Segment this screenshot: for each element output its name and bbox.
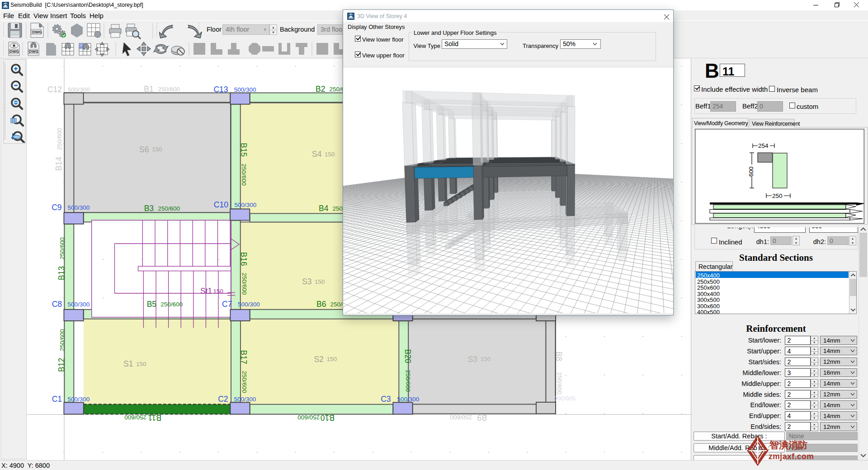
svg-text:B6: B6 — [316, 300, 326, 309]
svg-text:B3: B3 — [144, 204, 154, 213]
svg-text:B14: B14 — [54, 157, 63, 171]
svg-text:150: 150 — [213, 288, 224, 295]
svg-text:C13: C13 — [213, 85, 228, 94]
svg-text:S1: S1 — [123, 359, 133, 368]
svg-text:B2: B2 — [316, 85, 325, 94]
svg-text:500/300: 500/300 — [68, 204, 90, 211]
svg-text:250/600: 250/600 — [59, 237, 66, 259]
svg-text:150: 150 — [481, 356, 491, 362]
svg-text:zmjaxf.com: zmjaxf.com — [769, 452, 814, 461]
svg-text:C8: C8 — [52, 300, 62, 309]
svg-text:B9: B9 — [477, 413, 487, 422]
svg-text:DWG: DWG — [9, 49, 19, 54]
svg-text:B13: B13 — [57, 266, 66, 280]
svg-text:C3: C3 — [381, 395, 391, 404]
svg-text:250/600: 250/600 — [56, 128, 63, 150]
svg-text:500/300: 500/300 — [68, 396, 90, 403]
svg-text:C7: C7 — [222, 300, 232, 309]
svg-text:C2: C2 — [218, 395, 228, 404]
svg-text:B10: B10 — [321, 413, 335, 422]
svg-text:S3: S3 — [468, 355, 477, 364]
svg-text:150: 150 — [326, 356, 337, 362]
svg-text:B1: B1 — [144, 85, 153, 94]
svg-text:500/300: 500/300 — [238, 301, 260, 308]
svg-text:B12: B12 — [57, 358, 66, 372]
svg-text:500/300: 500/300 — [68, 86, 90, 93]
svg-text:250/600: 250/600 — [160, 301, 183, 308]
svg-text:C9: C9 — [52, 203, 61, 212]
svg-text:C1: C1 — [52, 395, 62, 404]
svg-text:250/600: 250/600 — [241, 371, 248, 393]
svg-text:B20: B20 — [403, 349, 412, 363]
svg-text:DWG: DWG — [29, 49, 38, 54]
svg-text:500/300: 500/300 — [234, 396, 256, 403]
svg-text:250/600: 250/600 — [556, 372, 563, 395]
svg-text:C12: C12 — [47, 85, 62, 94]
svg-text:250/600: 250/600 — [158, 86, 180, 93]
svg-text:150: 150 — [152, 146, 162, 153]
svg-text:S4: S4 — [312, 150, 322, 159]
svg-text:150: 150 — [325, 151, 335, 158]
svg-text:250/600: 250/600 — [450, 414, 472, 421]
svg-text:500/300: 500/300 — [68, 301, 90, 308]
svg-text:250/600: 250/600 — [59, 329, 66, 351]
svg-text:St1: St1 — [200, 287, 212, 296]
svg-text:500/300: 500/300 — [235, 202, 257, 208]
svg-text:250: 250 — [772, 193, 783, 199]
svg-text:254: 254 — [758, 142, 769, 149]
svg-text:250/600: 250/600 — [124, 414, 146, 421]
svg-text:250/600: 250/600 — [297, 414, 320, 421]
svg-text:S2: S2 — [314, 355, 323, 364]
svg-text:250/600: 250/600 — [241, 273, 248, 295]
svg-text:B17: B17 — [239, 350, 248, 364]
svg-text:150: 150 — [315, 278, 325, 285]
svg-text:B11: B11 — [148, 413, 161, 422]
svg-text:B8: B8 — [554, 352, 563, 361]
svg-text:500/300: 500/300 — [234, 86, 256, 93]
svg-text:智淟消防: 智淟消防 — [769, 440, 807, 450]
svg-text:S6: S6 — [139, 145, 149, 154]
svg-text:500/300: 500/300 — [553, 395, 576, 402]
svg-text:B16: B16 — [239, 252, 248, 266]
svg-text:DWG: DWG — [32, 30, 42, 34]
svg-text:B5: B5 — [147, 300, 156, 309]
svg-text:250/600: 250/600 — [405, 370, 411, 392]
svg-text:B4: B4 — [319, 204, 329, 213]
svg-text:250/600: 250/600 — [241, 164, 247, 186]
svg-text:600: 600 — [748, 166, 755, 177]
svg-text:500/300: 500/300 — [397, 396, 420, 403]
svg-text:150: 150 — [136, 361, 146, 367]
svg-text:S3: S3 — [302, 277, 311, 286]
svg-text:250/600: 250/600 — [158, 205, 180, 212]
svg-text:C10: C10 — [214, 200, 228, 209]
svg-text:B15: B15 — [239, 143, 248, 157]
